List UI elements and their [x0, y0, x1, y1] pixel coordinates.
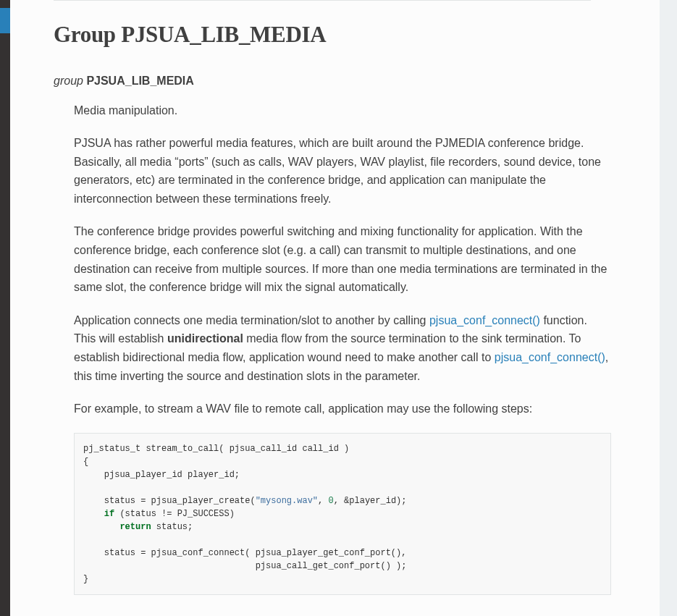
page-title: Group PJSUA_LIB_MEDIA	[54, 18, 634, 52]
content-area: Group PJSUA_LIB_MEDIA group PJSUA_LIB_ME…	[10, 0, 660, 616]
code-text: status = pjsua_player_create(	[83, 496, 256, 506]
code-text: {	[83, 457, 88, 467]
code-text	[83, 509, 104, 519]
sidebar-rail	[0, 0, 10, 616]
sidebar-active-indicator	[0, 8, 10, 33]
code-number: 0	[328, 496, 333, 506]
code-text: pjsua_call_get_conf_port() );	[83, 561, 406, 571]
description-block: Media manipulation. PJSUA has rather pow…	[74, 101, 611, 418]
description-paragraph: Media manipulation.	[74, 101, 611, 120]
code-text: pj_status_t stream_to_call( pjsua_call_i…	[83, 444, 349, 454]
code-text: ,	[318, 496, 328, 506]
code-text: status = pjsua_conf_connect( pjsua_playe…	[83, 548, 406, 558]
group-kind-label: group	[54, 75, 83, 87]
code-example: pj_status_t stream_to_call( pjsua_call_i…	[74, 433, 611, 595]
strong-text: unidirectional	[167, 332, 243, 345]
link-pjsua-conf-connect[interactable]: pjsua_conf_connect()	[429, 314, 540, 326]
description-paragraph: PJSUA has rather powerful media features…	[74, 134, 611, 208]
code-string: "mysong.wav"	[256, 496, 318, 506]
code-text: }	[83, 574, 88, 584]
top-divider	[54, 0, 591, 1]
code-text: , &player_id);	[334, 496, 407, 506]
code-text	[83, 522, 119, 532]
group-name: PJSUA_LIB_MEDIA	[86, 75, 193, 87]
description-paragraph: The conference bridge provides powerful …	[74, 222, 611, 296]
code-keyword: if	[104, 509, 114, 519]
code-text: pjsua_player_id player_id;	[83, 470, 240, 480]
text-span: Application connects one media terminati…	[74, 314, 429, 326]
description-paragraph: Application connects one media terminati…	[74, 311, 611, 385]
group-definition: group PJSUA_LIB_MEDIA	[54, 72, 634, 90]
code-text: (status != PJ_SUCCESS)	[114, 509, 235, 519]
link-pjsua-conf-connect[interactable]: pjsua_conf_connect()	[495, 351, 605, 363]
code-keyword: return	[119, 522, 151, 532]
code-text: status;	[151, 522, 193, 532]
description-paragraph: For example, to stream a WAV file to rem…	[74, 400, 611, 418]
